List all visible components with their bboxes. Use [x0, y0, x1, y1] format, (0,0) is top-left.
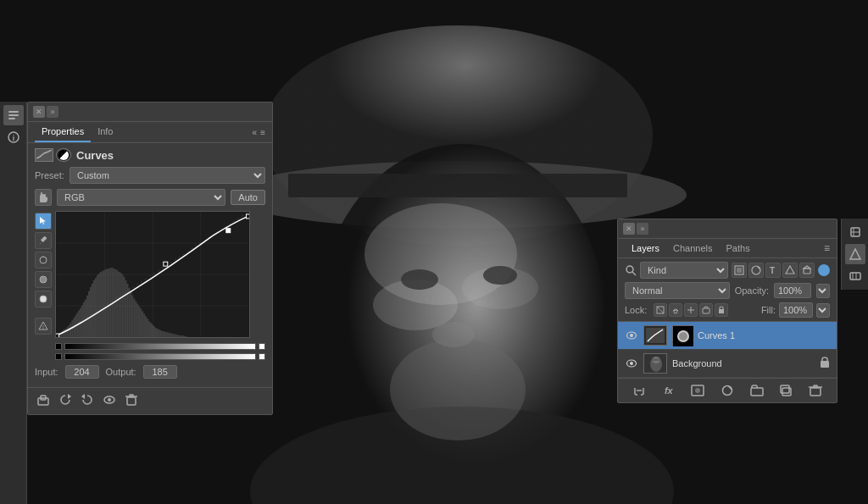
fill-input[interactable]: [779, 302, 813, 318]
delete-icon[interactable]: [123, 391, 140, 411]
svg-rect-161: [821, 361, 829, 368]
link-layers-icon[interactable]: [631, 382, 648, 399]
curves-graph[interactable]: [55, 211, 250, 338]
curves-tools: !: [35, 211, 52, 338]
black-point[interactable]: [55, 343, 62, 350]
svg-rect-125: [130, 395, 133, 396]
opacity-label: Opacity:: [735, 285, 769, 296]
sample-highlights-tool[interactable]: [35, 291, 52, 307]
undo-icon[interactable]: [79, 391, 96, 411]
visibility-icon[interactable]: [101, 391, 118, 411]
panel-menu-icon[interactable]: ≡: [260, 128, 265, 137]
lock-image-icon[interactable]: [669, 303, 682, 317]
lock-position-icon[interactable]: [684, 303, 698, 317]
svg-rect-38: [63, 330, 64, 337]
add-mask-icon[interactable]: [689, 382, 706, 399]
layers-panel-expand-button[interactable]: »: [637, 223, 648, 235]
layer-item-curves1[interactable]: Curves 1: [618, 322, 837, 350]
properties-tabs: Properties Info « ≡: [28, 122, 272, 143]
blend-mode-select[interactable]: Normal: [625, 282, 730, 299]
tab-channels[interactable]: Channels: [666, 239, 719, 258]
svg-point-12: [432, 322, 475, 347]
right-toolbar-icon-2[interactable]: [845, 244, 865, 264]
input-value[interactable]: 204: [65, 365, 99, 379]
layer-name-curves1: Curves 1: [698, 330, 830, 341]
filter-shape-icon[interactable]: [782, 263, 798, 278]
panel-close-button[interactable]: ✕: [33, 106, 45, 118]
lock-pixels-icon[interactable]: [654, 303, 667, 317]
svg-rect-170: [814, 385, 817, 387]
panel-expand-button[interactable]: »: [47, 106, 58, 118]
svg-rect-111: [185, 336, 186, 337]
channel-row: RGB Auto: [35, 189, 265, 206]
layer-eye-curves1[interactable]: [625, 329, 638, 342]
filter-pixel-icon[interactable]: [732, 263, 747, 278]
opacity-input[interactable]: [774, 283, 811, 298]
svg-rect-72: [120, 273, 122, 337]
svg-rect-56: [93, 280, 95, 337]
right-toolbar-icon-1[interactable]: [845, 222, 865, 242]
channel-select[interactable]: RGB: [57, 189, 225, 206]
filter-smart-icon[interactable]: [799, 263, 815, 278]
preset-select[interactable]: Custom: [70, 167, 265, 184]
sample-midtones-tool[interactable]: [35, 271, 52, 288]
filter-type-icon[interactable]: T: [765, 263, 781, 278]
layers-panel-close-button[interactable]: ✕: [623, 223, 635, 235]
info-icon[interactable]: i: [3, 127, 24, 147]
filter-active-dot[interactable]: [818, 264, 830, 276]
filter-adjust-icon[interactable]: [748, 263, 764, 278]
svg-point-163: [695, 388, 700, 393]
output-white-point[interactable]: [259, 353, 265, 360]
opacity-dropdown[interactable]: ▼: [816, 284, 830, 298]
fill-dropdown[interactable]: ▼: [816, 303, 830, 318]
tab-info[interactable]: Info: [91, 122, 120, 142]
output-gradient-bar: [64, 353, 256, 360]
layer-eye-background[interactable]: [625, 357, 638, 370]
svg-rect-96: [160, 330, 162, 337]
fx-icon[interactable]: fx: [660, 382, 677, 399]
curve-pencil-tool[interactable]: [35, 232, 52, 249]
curve-pointer-tool[interactable]: [35, 213, 52, 230]
filter-kind-select[interactable]: Kind: [640, 262, 728, 279]
input-gradient-bar: [64, 343, 256, 350]
svg-rect-113: [56, 334, 58, 337]
svg-rect-168: [810, 388, 821, 396]
lock-all-icon[interactable]: [715, 303, 728, 317]
tab-properties[interactable]: Properties: [35, 122, 91, 142]
curves-adjustment-icon: [56, 148, 71, 162]
create-layer-icon[interactable]: [35, 391, 52, 411]
clipping-warning[interactable]: !: [35, 318, 52, 335]
right-toolbar-icon-3[interactable]: [845, 266, 865, 286]
properties-icon[interactable]: [3, 105, 24, 125]
sample-shadows-tool[interactable]: [35, 252, 52, 269]
new-fill-adj-icon[interactable]: [719, 382, 736, 399]
tab-layers[interactable]: Layers: [625, 239, 666, 258]
auto-button[interactable]: Auto: [231, 190, 265, 205]
svg-point-133: [626, 266, 633, 273]
svg-marker-19: [40, 243, 41, 244]
white-point[interactable]: [259, 343, 265, 350]
svg-rect-115: [226, 229, 231, 233]
collapse-icon[interactable]: «: [253, 128, 258, 137]
preset-row: Preset: Custom: [35, 167, 265, 184]
new-group-icon[interactable]: [748, 382, 765, 399]
output-value[interactable]: 185: [143, 365, 177, 379]
delete-layer-icon[interactable]: [807, 382, 824, 399]
curves-header: Curves: [35, 148, 265, 162]
svg-text:T: T: [770, 266, 775, 275]
reset-icon[interactable]: [57, 391, 74, 411]
svg-rect-73: [121, 274, 123, 337]
layers-menu-icon[interactable]: ≡: [824, 242, 830, 254]
tab-paths[interactable]: Paths: [720, 239, 757, 258]
curves1-adjustment-thumbnail: [643, 325, 667, 346]
svg-rect-82: [136, 304, 138, 337]
output-black-point[interactable]: [55, 353, 62, 360]
svg-rect-75: [125, 280, 126, 337]
curves-hand-tool[interactable]: [35, 189, 52, 206]
right-toolbar: [841, 219, 868, 290]
layer-item-background[interactable]: Background: [618, 350, 837, 378]
svg-rect-83: [138, 306, 140, 337]
lock-artboards-icon[interactable]: [699, 303, 713, 317]
new-layer-icon[interactable]: [777, 382, 794, 399]
svg-rect-14: [8, 114, 19, 116]
